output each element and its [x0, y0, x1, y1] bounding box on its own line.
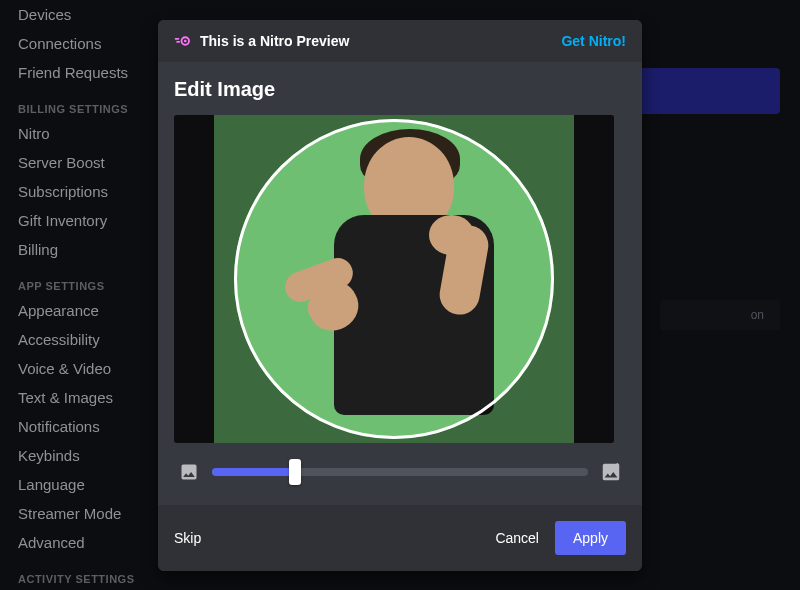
svg-rect-3 — [176, 41, 180, 43]
zoom-in-icon — [600, 461, 622, 483]
skip-button[interactable]: Skip — [174, 530, 201, 546]
nitro-icon — [174, 32, 192, 50]
modal-title: Edit Image — [174, 78, 626, 101]
modal-footer: Skip Cancel Apply — [158, 505, 642, 571]
svg-rect-2 — [175, 38, 180, 40]
zoom-slider-thumb[interactable] — [289, 459, 301, 485]
zoom-slider[interactable] — [212, 468, 588, 476]
modal-header: This is a Nitro Preview Get Nitro! — [158, 20, 642, 62]
zoom-slider-row — [174, 443, 626, 489]
svg-point-1 — [184, 40, 187, 43]
edit-image-modal: This is a Nitro Preview Get Nitro! Edit … — [158, 20, 642, 571]
get-nitro-link[interactable]: Get Nitro! — [561, 33, 626, 49]
cancel-button[interactable]: Cancel — [495, 530, 539, 546]
modal-overlay: This is a Nitro Preview Get Nitro! Edit … — [0, 0, 800, 590]
preview-image — [174, 115, 614, 443]
apply-button[interactable]: Apply — [555, 521, 626, 555]
zoom-out-icon — [178, 461, 200, 483]
image-crop-preview[interactable] — [174, 115, 614, 443]
nitro-preview-label: This is a Nitro Preview — [200, 33, 349, 49]
zoom-slider-fill — [212, 468, 295, 476]
